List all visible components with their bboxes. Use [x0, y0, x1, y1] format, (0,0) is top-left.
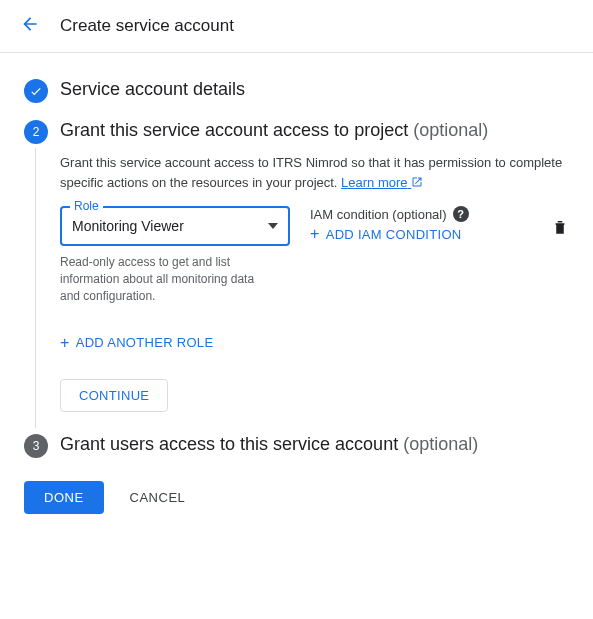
step-3-number-icon: 3 [24, 434, 48, 458]
step-3-title[interactable]: Grant users access to this service accou… [60, 432, 569, 457]
content: Service account details 2 Grant this ser… [0, 53, 593, 534]
footer-buttons: DONE CANCEL [24, 481, 569, 514]
cancel-button[interactable]: CANCEL [130, 490, 186, 505]
help-icon[interactable]: ? [453, 206, 469, 222]
step-2-number-icon: 2 [24, 120, 48, 144]
back-arrow-icon[interactable] [20, 14, 40, 38]
role-select[interactable]: Role Monitoring Viewer [60, 206, 290, 246]
chevron-down-icon [268, 223, 278, 229]
step-1-title[interactable]: Service account details [60, 77, 569, 102]
iam-column: IAM condition (optional) ? + ADD IAM CON… [310, 206, 531, 242]
done-button[interactable]: DONE [24, 481, 104, 514]
role-helper-text: Read-only access to get and list informa… [60, 254, 270, 304]
step-2: 2 Grant this service account access to p… [24, 118, 569, 422]
plus-icon: + [310, 226, 320, 242]
add-iam-condition-button[interactable]: + ADD IAM CONDITION [310, 226, 531, 242]
step-2-title: Grant this service account access to pro… [60, 118, 569, 143]
learn-more-link[interactable]: Learn more [341, 175, 423, 190]
page-title: Create service account [60, 16, 234, 36]
role-row: Role Monitoring Viewer Read-only access … [60, 206, 569, 304]
step-3-optional: (optional) [403, 434, 478, 454]
plus-icon: + [60, 335, 70, 351]
role-field-label: Role [70, 199, 103, 213]
page-header: Create service account [0, 0, 593, 53]
step-3: 3 Grant users access to this service acc… [24, 432, 569, 463]
iam-condition-label: IAM condition (optional) ? [310, 206, 531, 222]
add-another-role-button[interactable]: + ADD ANOTHER ROLE [60, 335, 569, 351]
step-2-optional: (optional) [413, 120, 488, 140]
continue-button[interactable]: CONTINUE [60, 379, 168, 412]
step-2-description: Grant this service account access to ITR… [60, 153, 569, 192]
step-1-check-icon [24, 79, 48, 103]
role-value: Monitoring Viewer [72, 218, 184, 234]
step-1: Service account details [24, 77, 569, 108]
delete-role-button[interactable] [551, 206, 569, 240]
